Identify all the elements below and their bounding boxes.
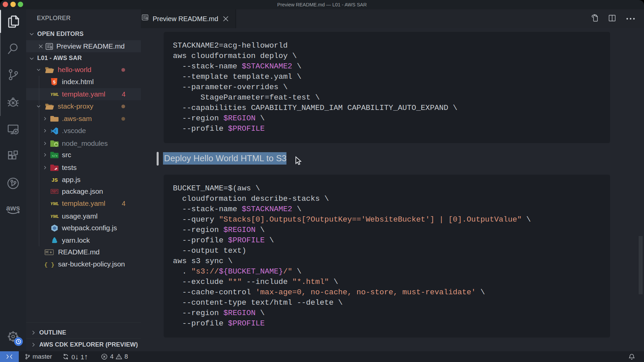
svg-text:YML: YML	[50, 201, 59, 206]
svg-text:{ }: { }	[45, 262, 54, 268]
svg-text:YML: YML	[50, 92, 59, 97]
svg-text:</>: </>	[52, 155, 57, 158]
svg-text:JS: JS	[52, 177, 58, 182]
svg-text:YML: YML	[50, 214, 59, 219]
svg-text:JS: JS	[55, 143, 58, 146]
svg-text:aws: aws	[6, 204, 20, 212]
svg-text:5: 5	[53, 79, 55, 84]
